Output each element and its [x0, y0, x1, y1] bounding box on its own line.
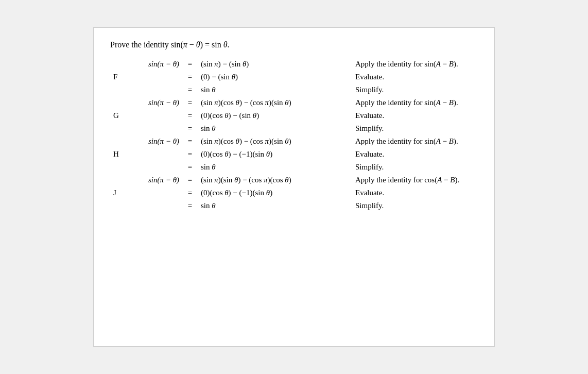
row-label	[110, 135, 126, 148]
row-rhs: sin θ	[198, 83, 352, 96]
table-row: =sin θSimplify.	[110, 161, 478, 174]
row-lhs	[126, 186, 182, 199]
row-reason: Evaluate.	[352, 109, 478, 122]
row-rhs: (sin π)(cos θ) − (cos π)(sin θ)	[198, 96, 352, 109]
table-row: =sin θSimplify.	[110, 83, 478, 96]
row-rhs: (sin π) − (sin θ)	[198, 58, 352, 71]
row-reason: Apply the identity for sin(A − B).	[352, 96, 478, 109]
row-equals: =	[182, 122, 198, 135]
row-equals: =	[182, 135, 198, 148]
main-container: Prove the identity sin(π − θ) = sin θ. s…	[93, 27, 495, 347]
table-row: =sin θSimplify.	[110, 122, 478, 135]
row-label: F	[110, 71, 126, 83]
row-lhs	[126, 161, 182, 174]
row-lhs: sin(π − θ)	[126, 135, 182, 148]
row-reason: Simplify.	[352, 122, 478, 135]
row-equals: =	[182, 71, 198, 83]
row-equals: =	[182, 161, 198, 174]
row-label	[110, 161, 126, 174]
row-lhs: sin(π − θ)	[126, 174, 182, 186]
row-equals: =	[182, 58, 198, 71]
row-label: G	[110, 109, 126, 122]
row-lhs	[126, 83, 182, 96]
row-rhs: (sin π)(cos θ) − (cos π)(sin θ)	[198, 135, 352, 148]
table-row: =sin θSimplify.	[110, 199, 478, 212]
row-reason: Simplify.	[352, 83, 478, 96]
row-lhs	[126, 122, 182, 135]
row-equals: =	[182, 109, 198, 122]
row-reason: Apply the identity for sin(A − B).	[352, 135, 478, 148]
row-label	[110, 58, 126, 71]
row-rhs: sin θ	[198, 161, 352, 174]
row-lhs: sin(π − θ)	[126, 58, 182, 71]
table-row: G=(0)(cos θ) − (sin θ)Evaluate.	[110, 109, 478, 122]
table-row: H=(0)(cos θ) − (−1)(sin θ)Evaluate.	[110, 148, 478, 161]
row-label	[110, 96, 126, 109]
row-lhs	[126, 109, 182, 122]
row-label	[110, 199, 126, 212]
table-row: sin(π − θ)=(sin π)(cos θ) − (cos π)(sin …	[110, 135, 478, 148]
row-lhs: sin(π − θ)	[126, 96, 182, 109]
row-reason: Evaluate.	[352, 71, 478, 83]
row-reason: Evaluate.	[352, 148, 478, 161]
table-row: J=(0)(cos θ) − (−1)(sin θ)Evaluate.	[110, 186, 478, 199]
row-rhs: sin θ	[198, 122, 352, 135]
table-row: sin(π − θ)=(sin π)(cos θ) − (cos π)(sin …	[110, 96, 478, 109]
row-reason: Simplify.	[352, 199, 478, 212]
row-lhs	[126, 71, 182, 83]
row-rhs: (0)(cos θ) − (−1)(sin θ)	[198, 186, 352, 199]
row-equals: =	[182, 174, 198, 186]
row-label	[110, 83, 126, 96]
row-lhs	[126, 148, 182, 161]
table-row: sin(π − θ)=(sin π) − (sin θ)Apply the id…	[110, 58, 478, 71]
row-label: H	[110, 148, 126, 161]
title: Prove the identity sin(π − θ) = sin θ.	[110, 40, 478, 49]
row-equals: =	[182, 186, 198, 199]
row-rhs: (0)(cos θ) − (sin θ)	[198, 109, 352, 122]
row-rhs: (sin π)(sin θ) − (cos π)(cos θ)	[198, 174, 352, 186]
row-equals: =	[182, 96, 198, 109]
row-equals: =	[182, 148, 198, 161]
proof-table: sin(π − θ)=(sin π) − (sin θ)Apply the id…	[110, 58, 478, 212]
row-label	[110, 122, 126, 135]
row-rhs: (0) − (sin θ)	[198, 71, 352, 83]
row-reason: Apply the identity for sin(A − B).	[352, 58, 478, 71]
row-reason: Evaluate.	[352, 186, 478, 199]
table-row: F=(0) − (sin θ)Evaluate.	[110, 71, 478, 83]
row-reason: Simplify.	[352, 161, 478, 174]
row-lhs	[126, 199, 182, 212]
row-equals: =	[182, 83, 198, 96]
row-label: J	[110, 186, 126, 199]
row-rhs: sin θ	[198, 199, 352, 212]
row-reason: Apply the identity for cos(A − B).	[352, 174, 478, 186]
row-label	[110, 174, 126, 186]
row-equals: =	[182, 199, 198, 212]
table-row: sin(π − θ)=(sin π)(sin θ) − (cos π)(cos …	[110, 174, 478, 186]
row-rhs: (0)(cos θ) − (−1)(sin θ)	[198, 148, 352, 161]
